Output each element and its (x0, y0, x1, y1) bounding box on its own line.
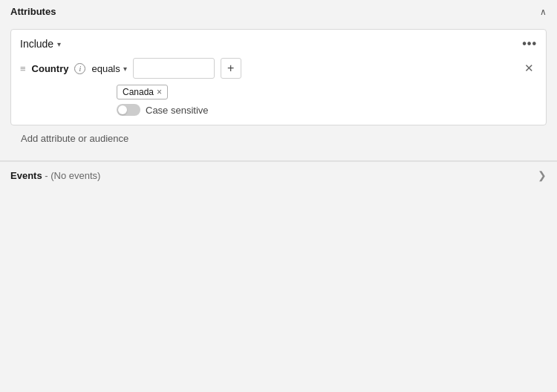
attributes-section: Attributes ∧ Include ▾ ••• ≡ Country i e… (0, 0, 557, 161)
more-options-button[interactable]: ••• (522, 37, 537, 50)
remove-country-button[interactable]: ✕ (521, 62, 537, 75)
attributes-title: Attributes (10, 6, 56, 17)
events-section[interactable]: Events - (No events) ❯ (0, 161, 557, 189)
add-attribute-row[interactable]: Add attribute or audience (10, 125, 547, 151)
include-dropdown-arrow: ▾ (57, 40, 61, 48)
canada-tag: Canada × (117, 85, 168, 99)
add-attribute-label: Add attribute or audience (21, 133, 128, 144)
events-subtitle: - (No events) (45, 170, 100, 181)
tags-row: Canada × (20, 85, 537, 99)
attributes-header: Attributes ∧ (0, 0, 557, 23)
equals-dropdown[interactable]: equals ▾ (91, 63, 126, 74)
collapse-icon[interactable]: ∧ (540, 7, 547, 17)
attributes-card: Include ▾ ••• ≡ Country i equals ▾ + ✕ (10, 29, 547, 125)
country-value-input[interactable] (133, 58, 215, 79)
equals-arrow: ▾ (123, 65, 127, 73)
case-sensitive-row: Case sensitive (20, 104, 537, 116)
add-value-button[interactable]: + (221, 58, 241, 79)
canada-tag-close[interactable]: × (157, 88, 162, 97)
events-chevron-icon[interactable]: ❯ (538, 169, 547, 181)
events-title: Events (10, 170, 42, 181)
country-row: ≡ Country i equals ▾ + ✕ (20, 58, 537, 79)
info-icon[interactable]: i (74, 63, 85, 74)
drag-handle-icon[interactable]: ≡ (20, 63, 26, 74)
canada-tag-label: Canada (123, 87, 154, 97)
events-title-group: Events - (No events) (10, 170, 100, 181)
country-label: Country (32, 63, 69, 74)
case-sensitive-toggle[interactable] (117, 104, 140, 116)
include-row: Include ▾ ••• (20, 37, 537, 50)
include-dropdown[interactable]: Include ▾ (20, 38, 61, 50)
equals-label: equals (91, 63, 120, 74)
case-sensitive-label: Case sensitive (146, 105, 209, 116)
toggle-knob (118, 105, 127, 114)
add-icon: + (227, 62, 234, 75)
include-label: Include (20, 38, 53, 50)
attributes-body: Include ▾ ••• ≡ Country i equals ▾ + ✕ (0, 23, 557, 160)
